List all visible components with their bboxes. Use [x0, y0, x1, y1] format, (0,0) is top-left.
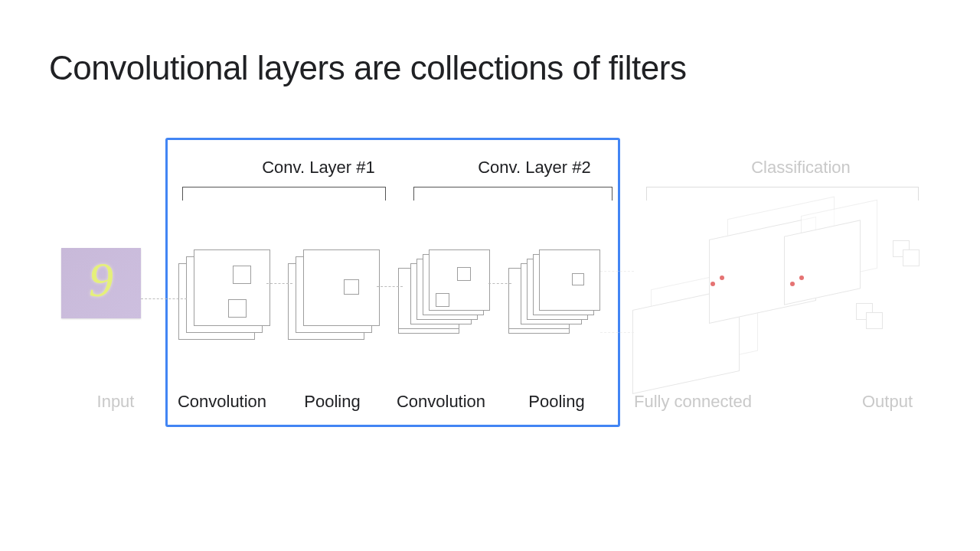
bracket-conv2 — [413, 187, 612, 201]
label-fully-connected: Fully connected — [628, 392, 758, 412]
label-output: Output — [845, 392, 929, 412]
label-convolution-2: Convolution — [395, 392, 487, 412]
input-image: 9 — [61, 248, 141, 318]
label-pooling-1: Pooling — [294, 392, 371, 412]
conv-layer-2-header: Conv. Layer #2 — [435, 158, 634, 178]
cnn-diagram: Conv. Layer #1 Conv. Layer #2 Classifica… — [37, 136, 933, 442]
bracket-conv1 — [182, 187, 386, 201]
conv-layer-1-header: Conv. Layer #1 — [230, 158, 407, 178]
label-convolution-1: Convolution — [176, 392, 268, 412]
input-digit: 9 — [89, 252, 113, 308]
label-input: Input — [74, 392, 158, 412]
bracket-classification — [646, 187, 919, 201]
classification-header: Classification — [701, 158, 900, 178]
label-pooling-2: Pooling — [516, 392, 597, 412]
slide-title: Convolutional layers are collections of … — [49, 49, 686, 87]
